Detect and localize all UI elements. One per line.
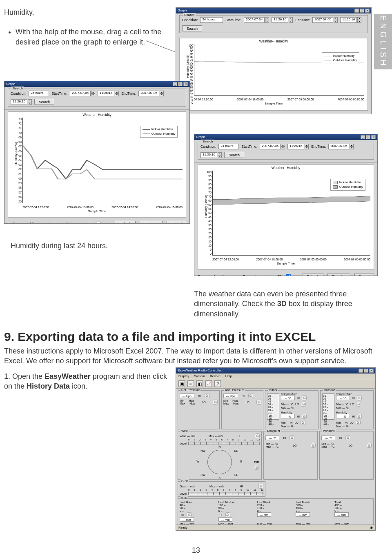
alarm-icon[interactable]: 🕭 <box>345 435 350 440</box>
start-date-spinner[interactable]: 2007-07-04▲▼ <box>260 144 285 149</box>
export-button[interactable]: Export… <box>140 221 162 224</box>
condition-select[interactable]: 24 hours <box>218 144 239 149</box>
condition-select[interactable]: 24 hours <box>200 17 223 23</box>
type-select[interactable]: Line <box>65 222 83 224</box>
x-axis-label: Sample Time <box>8 209 186 213</box>
type-label: Type: <box>53 222 61 224</box>
page-number: 13 <box>0 546 392 555</box>
chart-legend: Indoor Humidity Outdoor Humidity <box>322 52 359 64</box>
x-axis-label: Sample Time <box>180 102 368 105</box>
x-axis-ticks: 07-04 12:00:002007-07-04 18:00:002007-07… <box>194 97 364 101</box>
alarm-icon[interactable]: 🕭 <box>248 393 253 398</box>
alarm-icon[interactable]: 🕭 <box>290 435 294 440</box>
type-select[interactable]: Line <box>255 274 273 276</box>
series-select[interactable]: Humidity <box>212 274 238 276</box>
help-icon[interactable]: ? <box>214 380 221 387</box>
end-time-spinner[interactable]: 11:26:16▲▼ <box>200 152 222 158</box>
start-date-spinner[interactable]: 2007-07-04▲▼ <box>244 17 269 23</box>
cancel-button[interactable]: Cancel <box>167 221 186 224</box>
series-label: Series: <box>8 222 18 224</box>
toolbar-icon-2[interactable]: ≡ <box>187 380 194 387</box>
chart-title: Weather--Humidity <box>180 38 368 44</box>
refresh-button[interactable]: Refresh <box>296 114 318 114</box>
alarm-icon[interactable]: 🕭 <box>213 400 218 405</box>
condition-select[interactable]: 24 hours <box>29 91 49 96</box>
alarm-icon[interactable]: 🕭 <box>356 420 361 425</box>
search-button[interactable]: Search <box>34 99 54 105</box>
menu-display[interactable]: Display <box>178 374 189 378</box>
toolbar-icon-4[interactable]: 📈 <box>205 380 212 387</box>
y-axis-ticks: 73727170696867666564636261605958575655 <box>9 118 22 203</box>
end-date-spinner[interactable]: 2007-07-05▲▼ <box>138 91 164 96</box>
max-icon[interactable]: □ <box>178 82 183 86</box>
close-icon[interactable]: ✕ <box>183 82 188 86</box>
min-icon[interactable]: _ <box>354 9 359 13</box>
alarm-icon[interactable]: 🕭 <box>356 402 361 407</box>
close-icon[interactable]: ✕ <box>371 135 376 139</box>
search-button[interactable]: Search <box>182 25 202 31</box>
3d-checkbox[interactable] <box>96 222 101 224</box>
search-button[interactable]: Search <box>224 152 244 158</box>
alarm-icon[interactable]: 🕭 <box>254 465 259 470</box>
gust-level-gauge <box>188 492 264 495</box>
cancel-button[interactable]: Cancel <box>348 114 368 114</box>
alarm-icon[interactable]: 🕭 <box>367 443 372 448</box>
alarm-icon[interactable]: 🕭 <box>187 512 192 517</box>
window-title: Graph <box>6 82 15 87</box>
max-icon[interactable]: □ <box>364 369 368 373</box>
window-title: Graph <box>196 135 205 140</box>
export-button[interactable]: Export… <box>327 273 350 276</box>
cancel-button[interactable]: Cancel <box>354 273 374 276</box>
min-icon[interactable]: _ <box>361 135 365 139</box>
alarm-icon[interactable]: 🕭 <box>302 396 307 400</box>
refresh-button[interactable]: Refresh <box>115 221 136 224</box>
alarm-icon[interactable]: 🕭 <box>357 414 362 419</box>
min-icon[interactable]: _ <box>173 82 177 86</box>
wind-compass: N NE E SE S SW W NW <box>197 446 242 478</box>
max-icon[interactable]: □ <box>366 135 370 139</box>
history-data-icon[interactable]: ◧ <box>196 380 203 387</box>
end-date-spinner[interactable]: 2007-07-05▲▼ <box>312 17 338 23</box>
max-icon[interactable]: □ <box>360 9 364 13</box>
toolbar-icon-1[interactable]: ▣ <box>178 380 185 387</box>
alarm-icon[interactable]: 🕭 <box>256 400 261 405</box>
close-icon[interactable]: ✕ <box>365 9 370 13</box>
alarm-icon[interactable]: 🕭 <box>311 443 316 448</box>
min-icon[interactable]: _ <box>359 369 363 373</box>
close-icon[interactable]: ✕ <box>369 369 374 373</box>
end-time-spinner[interactable]: 11:26:16▲▼ <box>340 17 361 23</box>
condition-label: Condition: <box>11 91 26 96</box>
alarm-icon[interactable]: 🕭 <box>302 414 307 419</box>
export-button[interactable]: Export… <box>321 114 344 114</box>
start-time-spinner[interactable]: 11:26:16▲▼ <box>287 144 309 149</box>
titlebar: Graph _ □ ✕ <box>4 81 189 87</box>
search-legend: Search <box>183 13 196 17</box>
3d-checkbox[interactable] <box>286 274 291 276</box>
start-date-spinner[interactable]: 2007-07-04▲▼ <box>70 91 95 96</box>
status-gauge-icon: ◉ <box>370 526 373 529</box>
menu-help[interactable]: Help <box>225 374 232 378</box>
window-title: EasyWeather Radio Controlled <box>178 368 223 373</box>
svg-marker-1 <box>213 196 370 205</box>
chart-plot[interactable] <box>194 44 364 95</box>
indoor-panel: Indoor 60 –50 –40 –30 –20 –10 –0 –-10 –-… <box>265 390 318 429</box>
refresh-button[interactable]: Refresh <box>303 273 324 276</box>
alarm-icon[interactable]: 🕭 <box>205 393 209 398</box>
series-select[interactable]: Humidity <box>22 222 49 224</box>
endtime-label: EndTime: <box>121 91 136 96</box>
alarm-icon[interactable]: 🕭 <box>258 484 263 489</box>
alarm-icon[interactable]: 🕭 <box>225 512 230 517</box>
menu-system[interactable]: System <box>194 374 205 378</box>
end-time-spinner[interactable]: 11:26:16▲▼ <box>11 99 32 105</box>
alarm-icon[interactable]: 🕭 <box>301 402 306 407</box>
menu-record[interactable]: Record <box>210 374 220 378</box>
abs-pressure-value: --- Hpa <box>223 393 238 398</box>
condition-label: Condition: <box>200 145 216 149</box>
end-date-spinner[interactable]: 2007-07-05▲▼ <box>328 144 354 149</box>
start-time-spinner[interactable]: 11:26:16▲▼ <box>98 91 119 96</box>
caption-3d: The weather data can even be presented t… <box>194 289 370 319</box>
alarm-icon[interactable]: 🕭 <box>357 396 362 400</box>
start-time-spinner[interactable]: 11:26:16▲▼ <box>272 17 293 23</box>
alarm-icon[interactable]: 🕭 <box>255 434 260 438</box>
alarm-icon[interactable]: 🕭 <box>301 420 305 425</box>
